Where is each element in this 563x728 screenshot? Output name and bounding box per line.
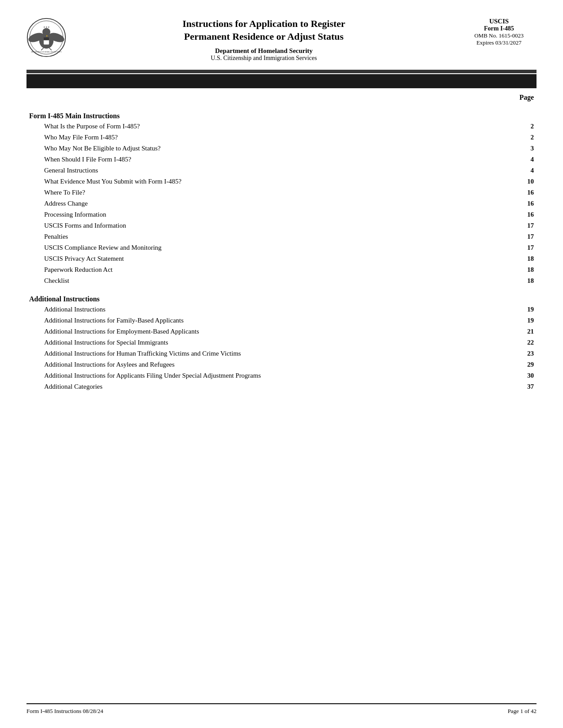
toc-item-label: Additional Instructions	[26, 304, 510, 315]
toc-item-label: Processing Information	[26, 209, 510, 220]
toc-item-page: 18	[510, 253, 537, 264]
toc-item: Checklist18	[26, 275, 537, 286]
toc-col-label	[26, 92, 510, 103]
sub-dept-label: U.S. Citizenship and Immigration Service…	[66, 55, 461, 62]
svg-line-11	[41, 48, 43, 50]
footer-right: Page 1 of 42	[508, 708, 537, 715]
toc-item: Additional Instructions19	[26, 304, 537, 315]
toc-section-header: Additional Instructions	[26, 291, 537, 304]
toc-item-label: Who May Not Be Eligible to Adjust Status…	[26, 143, 510, 154]
toc-item-page: 16	[510, 187, 537, 198]
svg-rect-7	[44, 38, 49, 40]
toc-item-label: Paperwork Reduction Act	[26, 264, 510, 275]
toc-item-label: What Evidence Must You Submit with Form …	[26, 176, 510, 187]
toc-item: Processing Information16	[26, 209, 537, 220]
toc-item: Who May Not Be Eligible to Adjust Status…	[26, 143, 537, 154]
toc-item: Penalties17	[26, 231, 537, 242]
dhs-seal: ★ ★ ★ DEPARTMENT OF HOMELAND SECURITY	[26, 18, 66, 57]
toc-item: Additional Instructions for Applicants F…	[26, 370, 537, 381]
header-divider-thin	[26, 72, 537, 73]
toc-item-page: 16	[510, 209, 537, 220]
toc-item-label: Checklist	[26, 275, 510, 286]
toc-item-page: 19	[510, 304, 537, 315]
toc-item: USCIS Compliance Review and Monitoring17	[26, 242, 537, 253]
toc-item-page: 23	[510, 348, 537, 359]
toc-item: Where To File?16	[26, 187, 537, 198]
toc-item-label: When Should I File Form I-485?	[26, 154, 510, 165]
toc-item-page: 2	[510, 121, 537, 132]
toc-header-bar	[26, 74, 537, 88]
toc-item-page: 10	[510, 176, 537, 187]
toc-item-page: 22	[510, 337, 537, 348]
toc-item-page: 30	[510, 370, 537, 381]
toc-item-page: 37	[510, 381, 537, 392]
toc-item: Who May File Form I-485?2	[26, 132, 537, 143]
toc-item: USCIS Privacy Act Statement18	[26, 253, 537, 264]
header-center: Instructions for Application to Register…	[66, 18, 461, 62]
toc-section-header: Form I-485 Main Instructions	[26, 108, 537, 121]
toc-item: Additional Instructions for Human Traffi…	[26, 348, 537, 359]
toc-item-page: 4	[510, 165, 537, 176]
page: ★ ★ ★ DEPARTMENT OF HOMELAND SECURITY In…	[0, 0, 563, 728]
toc-item-page: 4	[510, 154, 537, 165]
omb-number: OMB No. 1615-0023	[461, 32, 537, 39]
expiry-date: Expires 03/31/2027	[461, 39, 537, 46]
page-title: Instructions for Application to Register…	[66, 18, 461, 43]
toc-item-label: USCIS Privacy Act Statement	[26, 253, 510, 264]
page-header: ★ ★ ★ DEPARTMENT OF HOMELAND SECURITY In…	[26, 18, 537, 62]
toc-col-page: Page	[510, 92, 537, 103]
footer-left: Form I-485 Instructions 08/28/24	[26, 708, 103, 715]
toc-item: Additional Instructions for Asylees and …	[26, 359, 537, 370]
toc-item-page: 19	[510, 315, 537, 326]
toc-item: Additional Instructions for Special Immi…	[26, 337, 537, 348]
toc-item-page: 18	[510, 264, 537, 275]
svg-line-12	[49, 48, 51, 50]
toc-item: Address Change16	[26, 198, 537, 209]
toc-item: Additional Instructions for Family-Based…	[26, 315, 537, 326]
toc-item-page: 2	[510, 132, 537, 143]
toc-item-page: 17	[510, 231, 537, 242]
toc-item-page: 17	[510, 242, 537, 253]
toc-section-label: Additional Instructions	[26, 291, 537, 304]
toc-table: PageForm I-485 Main InstructionsWhat Is …	[26, 92, 537, 392]
toc-item: Paperwork Reduction Act18	[26, 264, 537, 275]
toc-item-page: 16	[510, 198, 537, 209]
toc-item-label: Additional Categories	[26, 381, 510, 392]
toc-item-label: General Instructions	[26, 165, 510, 176]
toc-item-label: Where To File?	[26, 187, 510, 198]
toc-item-label: Additional Instructions for Human Traffi…	[26, 348, 510, 359]
toc-item: USCIS Forms and Information17	[26, 220, 537, 231]
toc-item-label: Penalties	[26, 231, 510, 242]
toc-item-page: 21	[510, 326, 537, 337]
toc-item: Additional Instructions for Employment-B…	[26, 326, 537, 337]
toc-item-label: USCIS Forms and Information	[26, 220, 510, 231]
toc-item-page: 3	[510, 143, 537, 154]
toc-item-page: 29	[510, 359, 537, 370]
form-number: Form I-485	[461, 25, 537, 32]
toc-item-label: What Is the Purpose of Form I-485?	[26, 121, 510, 132]
toc-item-label: Additional Instructions for Asylees and …	[26, 359, 510, 370]
svg-text:DEPARTMENT OF HOMELAND SECURIT: DEPARTMENT OF HOMELAND SECURITY	[31, 51, 62, 53]
svg-point-3	[42, 28, 50, 36]
toc-item-page: 18	[510, 275, 537, 286]
uscis-label: USCIS	[461, 18, 537, 25]
svg-text:★ ★ ★: ★ ★ ★	[43, 26, 50, 28]
toc-item: Additional Categories37	[26, 381, 537, 392]
toc-item: What Evidence Must You Submit with Form …	[26, 176, 537, 187]
toc-item-label: Address Change	[26, 198, 510, 209]
toc-item-label: Who May File Form I-485?	[26, 132, 510, 143]
toc-item: When Should I File Form I-485?4	[26, 154, 537, 165]
toc-item-label: Additional Instructions for Applicants F…	[26, 370, 510, 381]
toc-section-label: Form I-485 Main Instructions	[26, 108, 537, 121]
page-footer: Form I-485 Instructions 08/28/24 Page 1 …	[26, 703, 537, 715]
dept-label: Department of Homeland Security	[66, 47, 461, 55]
toc-item-page: 17	[510, 220, 537, 231]
toc-item-label: Additional Instructions for Family-Based…	[26, 315, 510, 326]
toc-item: What Is the Purpose of Form I-485?2	[26, 121, 537, 132]
toc-item-label: USCIS Compliance Review and Monitoring	[26, 242, 510, 253]
toc-item-label: Additional Instructions for Special Immi…	[26, 337, 510, 348]
toc-item: General Instructions4	[26, 165, 537, 176]
toc-item-label: Additional Instructions for Employment-B…	[26, 326, 510, 337]
header-right: USCIS Form I-485 OMB No. 1615-0023 Expir…	[461, 18, 537, 46]
